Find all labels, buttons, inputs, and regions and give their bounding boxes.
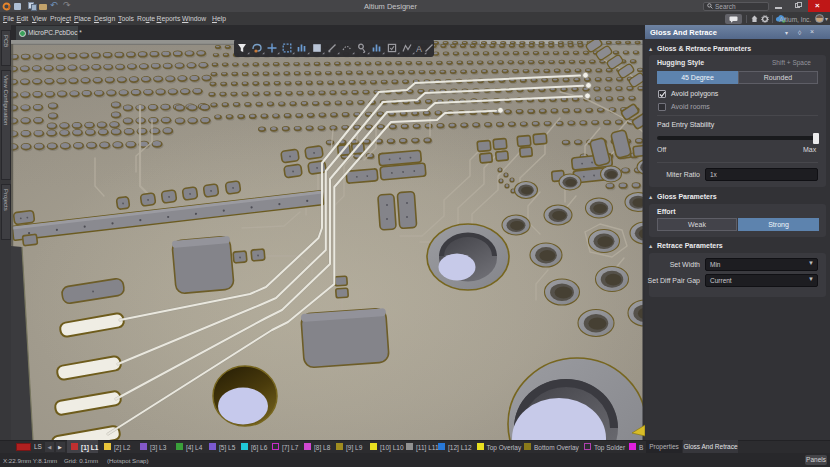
svg-text:A: A (416, 44, 422, 54)
